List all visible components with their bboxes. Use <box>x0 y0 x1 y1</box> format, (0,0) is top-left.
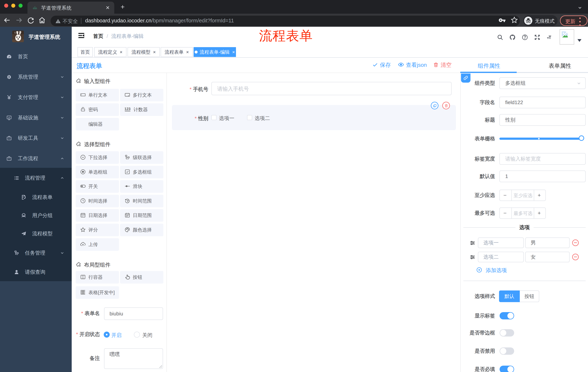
svg-text:123: 123 <box>125 107 130 111</box>
